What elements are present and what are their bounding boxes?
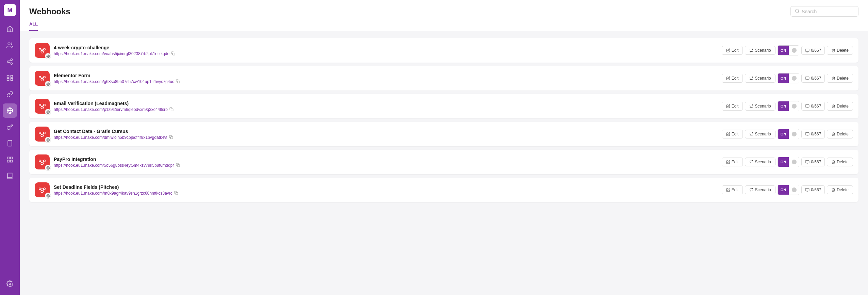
webhook-url[interactable]: https://hook.eu1.make.com/p1z9l2iervm6ql…	[54, 107, 722, 112]
edit-button[interactable]: Edit	[722, 46, 743, 55]
sidebar-item-share[interactable]	[3, 54, 17, 69]
delete-button[interactable]: Delete	[827, 185, 853, 194]
toggle-slider[interactable]	[789, 157, 799, 167]
toggle-wrapper[interactable]: ON	[778, 129, 800, 139]
data-count: 0/667	[811, 104, 821, 109]
toggle-wrapper[interactable]: ON	[778, 157, 800, 167]
copy-icon[interactable]	[169, 107, 173, 112]
edit-button[interactable]: Edit	[722, 130, 743, 138]
sidebar: M	[0, 0, 20, 295]
sidebar-item-home[interactable]	[3, 22, 17, 36]
svg-line-4	[9, 62, 11, 63]
delete-button[interactable]: Delete	[827, 102, 853, 111]
svg-rect-15	[11, 157, 13, 159]
webhook-url[interactable]: https://hook.eu1.make.com/dmiwioih5b9cpj…	[54, 135, 722, 140]
webhook-actions: Edit Scenario ON 0/667 Delete	[722, 45, 853, 55]
svg-rect-53	[171, 136, 173, 139]
edit-button[interactable]: Edit	[722, 102, 743, 111]
app-logo: M	[4, 4, 16, 16]
svg-point-2	[7, 61, 9, 63]
search-input[interactable]	[802, 9, 854, 14]
scenario-button[interactable]: Scenario	[745, 130, 775, 138]
svg-rect-36	[805, 77, 809, 79]
toggle-on-label: ON	[778, 46, 789, 55]
webhook-info: 4-week-crypto-challenge https://hook.eu1…	[54, 45, 722, 56]
data-count: 0/667	[811, 76, 821, 81]
svg-rect-72	[805, 188, 809, 191]
toggle-wrapper[interactable]: ON	[778, 101, 800, 111]
sidebar-item-apps[interactable]	[3, 152, 17, 167]
edit-button[interactable]: Edit	[722, 158, 743, 166]
svg-point-0	[8, 43, 10, 45]
scenario-button[interactable]: Scenario	[745, 46, 775, 55]
svg-point-1	[11, 59, 13, 61]
sidebar-item-docs[interactable]	[3, 169, 17, 183]
data-badge: 0/667	[801, 158, 825, 166]
webhook-row: Elementor Form https://hook.eu1.make.com…	[29, 66, 858, 91]
data-count: 0/667	[811, 187, 821, 192]
sidebar-item-connections[interactable]	[3, 87, 17, 101]
copy-icon[interactable]	[176, 79, 180, 84]
svg-rect-44	[171, 109, 173, 111]
sidebar-item-devices[interactable]	[3, 136, 17, 150]
toggle-wrapper[interactable]: ON	[778, 45, 800, 55]
webhook-row: Set Deadline Fields (Pitches) https://ho…	[29, 178, 858, 202]
copy-icon[interactable]	[169, 135, 173, 140]
page-title: Webhooks	[29, 7, 70, 16]
scenario-button[interactable]: Scenario	[745, 158, 775, 166]
toggle-wrapper[interactable]: ON	[778, 185, 800, 195]
svg-line-20	[798, 12, 799, 13]
scenario-button[interactable]: Scenario	[745, 185, 775, 194]
webhook-name: Email Verification (Leadmagnets)	[54, 101, 722, 106]
delete-button[interactable]: Delete	[827, 158, 853, 166]
webhook-url[interactable]: https://hook.eu1.make.com/g68so89507s57c…	[54, 79, 722, 84]
sidebar-item-settings[interactable]	[3, 277, 17, 291]
edit-button[interactable]: Edit	[722, 185, 743, 194]
copy-icon[interactable]	[174, 191, 178, 196]
webhook-name: Elementor Form	[54, 73, 722, 78]
webhook-icon-wrapper	[35, 154, 50, 169]
webhook-icon-wrapper	[35, 71, 50, 86]
search-icon	[795, 9, 800, 14]
webhooks-list: 4-week-crypto-challenge https://hook.eu1…	[20, 31, 868, 295]
webhook-url[interactable]: https://hook.eu1.make.com/m8x9agr4kav9sn…	[54, 191, 722, 196]
delete-button[interactable]: Delete	[827, 130, 853, 138]
data-count: 0/667	[811, 160, 821, 164]
sidebar-item-webhooks[interactable]	[3, 103, 17, 118]
svg-rect-62	[177, 164, 180, 167]
sidebar-item-keys[interactable]	[3, 120, 17, 134]
webhook-name: Set Deadline Fields (Pitches)	[54, 184, 722, 190]
delete-button[interactable]: Delete	[827, 74, 853, 83]
data-badge: 0/667	[801, 102, 825, 111]
svg-rect-45	[805, 104, 809, 107]
svg-rect-9	[11, 79, 13, 81]
sidebar-item-users[interactable]	[3, 38, 17, 52]
search-box[interactable]	[790, 6, 858, 17]
webhook-url[interactable]: https://hook.eu1.make.com/5o56g8oss4eyt6…	[54, 163, 722, 168]
toggle-slider[interactable]	[789, 101, 799, 111]
copy-icon[interactable]	[171, 51, 175, 56]
copy-icon[interactable]	[176, 163, 180, 168]
data-badge: 0/667	[801, 74, 825, 83]
scenario-button[interactable]: Scenario	[745, 74, 775, 83]
webhook-row: PayPro Integration https://hook.eu1.make…	[29, 150, 858, 174]
toggle-wrapper[interactable]: ON	[778, 73, 800, 83]
globe-icon	[45, 165, 51, 171]
toggle-slider[interactable]	[789, 185, 799, 195]
sidebar-item-integrations[interactable]	[3, 71, 17, 85]
webhook-actions: Edit Scenario ON 0/667 Delete	[722, 157, 853, 167]
toggle-slider[interactable]	[789, 73, 799, 83]
globe-icon	[45, 109, 51, 115]
webhook-name: 4-week-crypto-challenge	[54, 45, 722, 50]
webhook-info: Email Verification (Leadmagnets) https:/…	[54, 101, 722, 112]
edit-button[interactable]: Edit	[722, 74, 743, 83]
toggle-slider[interactable]	[789, 129, 799, 139]
toggle-on-label: ON	[778, 185, 789, 195]
delete-button[interactable]: Delete	[827, 46, 853, 55]
svg-rect-27	[805, 49, 809, 51]
toggle-slider[interactable]	[789, 46, 799, 55]
tab-all[interactable]: ALL	[29, 21, 38, 31]
webhook-url[interactable]: https://hook.eu1.make.com/voahs5jximrgf3…	[54, 51, 722, 56]
scenario-button[interactable]: Scenario	[745, 102, 775, 111]
webhook-row: Email Verification (Leadmagnets) https:/…	[29, 94, 858, 118]
